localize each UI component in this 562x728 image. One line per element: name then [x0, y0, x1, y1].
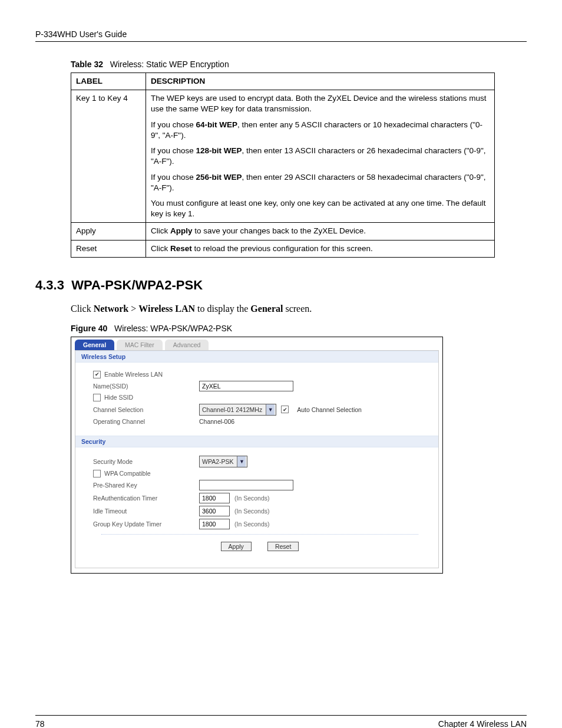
chevron-down-icon: ▼ — [266, 404, 275, 415]
section-heading: 4.3.3 WPA-PSK/WPA2-PSK — [35, 278, 527, 293]
reauth-label: ReAuthentication Timer — [93, 495, 199, 502]
enable-wireless-checkbox[interactable]: ✔ — [93, 371, 101, 378]
figure-title: Wireless: WPA-PSK/WPA2-PSK — [114, 324, 232, 333]
security-mode-label: Security Mode — [93, 458, 199, 465]
page-footer: 78 Chapter 4 Wireless LAN — [35, 715, 527, 728]
cell-label: Key 1 to Key 4 — [71, 90, 146, 223]
tab-general[interactable]: General — [75, 340, 114, 350]
section-title: WPA-PSK/WPA2-PSK — [71, 278, 203, 292]
chapter-label: Chapter 4 Wireless LAN — [438, 719, 527, 728]
cell-desc: Click Reset to reload the previous confi… — [146, 240, 495, 257]
table-number: Table 32 — [71, 60, 103, 69]
seconds-hint: (In Seconds) — [234, 508, 270, 515]
table-title: Wireless: Static WEP Encryption — [110, 60, 229, 69]
idle-label: Idle Timeout — [93, 508, 199, 515]
wep-description-table: LABEL DESCRIPTION Key 1 to Key 4 The WEP… — [71, 73, 495, 258]
tab-advanced[interactable]: Advanced — [165, 340, 209, 350]
table-row: Reset Click Reset to reload the previous… — [71, 240, 495, 257]
desc-para: You must configure at least one key, onl… — [151, 198, 490, 219]
section-wireless-setup: Wireless Setup — [75, 351, 438, 363]
figure-number: Figure 40 — [71, 324, 107, 333]
reset-button[interactable]: Reset — [267, 542, 299, 551]
page-header: P-334WHD User's Guide — [35, 29, 527, 42]
desc-para: The WEP keys are used to encrypt data. B… — [151, 93, 490, 114]
gku-input[interactable] — [199, 519, 230, 529]
psk-label: Pre-Shared Key — [93, 482, 199, 489]
table-row: Apply Click Apply to save your changes b… — [71, 223, 495, 240]
screenshot-wireless-config: General MAC Filter Advanced Wireless Set… — [71, 337, 443, 574]
cell-label: Reset — [71, 240, 146, 257]
cell-desc: The WEP keys are used to encrypt data. B… — [146, 90, 495, 223]
apply-button[interactable]: Apply — [221, 542, 252, 551]
auto-channel-checkbox[interactable]: ✔ — [281, 406, 289, 413]
section-number: 4.3.3 — [35, 278, 64, 292]
cell-desc: Click Apply to save your changes back to… — [146, 223, 495, 240]
desc-para: If you chose 256-bit WEP, then enter 29 … — [151, 172, 490, 193]
wpa-compatible-label: WPA Compatible — [104, 470, 151, 477]
idle-input[interactable] — [199, 506, 230, 516]
desc-para: If you chose 64-bit WEP, then enter any … — [151, 120, 490, 141]
operating-channel-label: Operating Channel — [93, 418, 199, 425]
wpa-compatible-checkbox[interactable] — [93, 470, 101, 477]
chevron-down-icon: ▼ — [237, 456, 246, 467]
figure-caption: Figure 40 Wireless: WPA-PSK/WPA2-PSK — [71, 324, 527, 333]
col-label: LABEL — [71, 73, 146, 90]
gku-label: Group Key Update Timer — [93, 521, 199, 528]
operating-channel-value: Channel-006 — [199, 418, 234, 425]
security-mode-select[interactable]: WPA2-PSK ▼ — [199, 456, 247, 467]
psk-input[interactable] — [199, 480, 293, 490]
col-description: DESCRIPTION — [146, 73, 495, 90]
desc-para: If you chose 128-bit WEP, then enter 13 … — [151, 146, 490, 167]
channel-select-value: Channel-01 2412MHz — [202, 406, 262, 413]
auto-channel-label: Auto Channel Selection — [297, 406, 362, 413]
channel-select[interactable]: Channel-01 2412MHz ▼ — [199, 404, 276, 416]
table-row: Key 1 to Key 4 The WEP keys are used to … — [71, 90, 495, 223]
hide-ssid-checkbox[interactable] — [93, 394, 101, 401]
section-security: Security — [75, 436, 438, 447]
tab-mac-filter[interactable]: MAC Filter — [117, 340, 163, 350]
tab-bar: General MAC Filter Advanced — [71, 337, 442, 350]
instruction-text: Click Network > Wireless LAN to display … — [71, 304, 527, 314]
page-number: 78 — [35, 719, 45, 728]
ssid-label: Name(SSID) — [93, 383, 199, 390]
seconds-hint: (In Seconds) — [234, 495, 270, 502]
cell-label: Apply — [71, 223, 146, 240]
ssid-input[interactable] — [199, 381, 293, 391]
reauth-input[interactable] — [199, 493, 230, 503]
config-panel: Wireless Setup ✔ Enable Wireless LAN Nam… — [75, 350, 439, 568]
enable-wireless-label: Enable Wireless LAN — [104, 371, 163, 378]
channel-selection-label: Channel Selection — [93, 406, 199, 413]
table-caption: Table 32 Wireless: Static WEP Encryption — [71, 60, 527, 69]
security-mode-value: WPA2-PSK — [202, 458, 233, 465]
seconds-hint: (In Seconds) — [234, 521, 270, 528]
hide-ssid-label: Hide SSID — [104, 394, 133, 401]
button-bar: Apply Reset — [101, 534, 418, 559]
